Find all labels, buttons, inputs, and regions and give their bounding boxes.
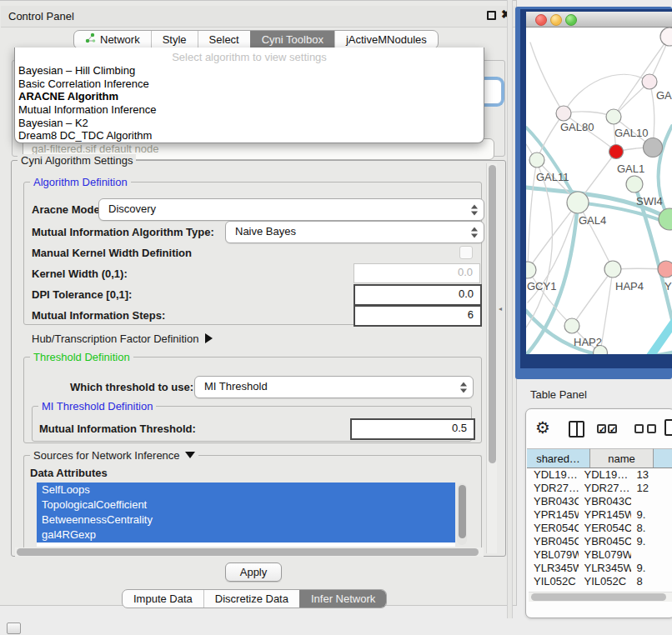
algorithm-option[interactable]: Dream8 DC_TDC Algorithm <box>15 129 484 142</box>
algorithm-option[interactable]: Mutual Information Inference <box>15 103 484 117</box>
algorithm-option[interactable]: Bayesian – K2 <box>15 117 484 130</box>
network-node[interactable] <box>609 145 624 159</box>
which-threshold-combo[interactable]: MI Threshold <box>194 376 474 398</box>
mi-steps-field[interactable]: 6 <box>354 305 482 327</box>
sources-legend[interactable]: Sources for Network Inference <box>30 449 198 462</box>
document-icon[interactable] <box>664 419 672 436</box>
column-header-third[interactable] <box>654 448 672 468</box>
network-node[interactable] <box>626 176 643 192</box>
zoom-traffic-light-icon[interactable] <box>565 14 577 26</box>
scrollbar-thumb[interactable] <box>531 593 666 601</box>
network-edge[interactable] <box>572 269 613 326</box>
network-node[interactable] <box>564 318 579 333</box>
network-node[interactable] <box>660 28 672 46</box>
data-attributes-list[interactable]: SelfLoopsTopologicalCoefficientBetweenne… <box>37 482 455 547</box>
table-row[interactable]: YBR045CYBR045C9. <box>527 535 672 548</box>
data-attribute-item[interactable]: gal4RGexp <box>37 528 455 542</box>
network-node-label: GAL4 <box>579 214 606 227</box>
settings-horizontal-scrollbar[interactable] <box>15 548 484 557</box>
table-row[interactable]: YBL079WYBL079W <box>527 548 672 562</box>
table-row[interactable]: YPR145WYPR145W9. <box>527 508 672 522</box>
network-node[interactable] <box>526 262 536 278</box>
table-body: YDL19…YDL19…13YDR27…YDR27…12YBR043CYBR04… <box>527 468 672 585</box>
table-row[interactable]: YER054CYER054C8. <box>527 522 672 535</box>
column-header-shared[interactable]: shared… <box>527 448 590 468</box>
window-grip-icon[interactable] <box>7 622 21 634</box>
network-canvas[interactable]: GAL8GAL80GAL10GAL1GAL11SWI4GAL4GCY1HAP4Y… <box>526 28 672 354</box>
network-node[interactable] <box>604 261 621 278</box>
data-attribute-item[interactable]: SelfLoops <box>37 482 455 498</box>
network-edge[interactable] <box>641 319 672 354</box>
network-node-label: HAP4 <box>615 280 644 292</box>
settings-vertical-scrollbar[interactable] <box>486 163 497 553</box>
mi-threshold-field[interactable]: 0.5 <box>350 418 475 440</box>
columns-icon[interactable] <box>569 421 584 438</box>
network-node[interactable] <box>556 106 571 121</box>
network-edge[interactable] <box>614 37 669 117</box>
hub-definition-toggle[interactable]: Hub/Transcription Factor Definition <box>32 332 213 345</box>
network-node[interactable] <box>642 74 657 89</box>
table-row[interactable]: YDR27…YDR27…12 <box>527 482 672 495</box>
network-node[interactable] <box>567 192 589 213</box>
split-pane-divider[interactable] <box>507 0 513 618</box>
minimize-traffic-light-icon[interactable] <box>550 14 562 26</box>
unchecked-checkbox-icon[interactable] <box>647 424 656 433</box>
network-window-titlebar[interactable] <box>526 12 672 28</box>
manual-kernel-checkbox[interactable] <box>459 246 473 259</box>
tab-discretize-data[interactable]: Discretize Data <box>203 590 299 608</box>
network-node-label: Y <box>664 280 672 292</box>
gear-icon[interactable]: ⚙ <box>535 418 550 438</box>
algorithm-dropdown-list: Select algorithm to view settings Bayesi… <box>14 48 484 143</box>
algorithm-option[interactable]: Bayesian – Hill Climbing <box>15 64 484 78</box>
scrollbar-thumb[interactable] <box>17 548 479 556</box>
table-cell: 9. <box>631 562 672 575</box>
tab-jactivemnodules[interactable]: jActiveMNodules <box>334 31 438 48</box>
attributes-list-scrollbar[interactable] <box>457 483 467 545</box>
tab-select[interactable]: Select <box>198 31 250 48</box>
checked-checkbox-icon[interactable]: ✓ <box>608 424 617 433</box>
close-traffic-light-icon[interactable] <box>535 14 547 26</box>
table-row[interactable]: YBR043CYBR043C <box>527 495 672 508</box>
tab-infer-network[interactable]: Infer Network <box>299 590 386 608</box>
network-node[interactable] <box>658 261 672 278</box>
table-horizontal-scrollbar[interactable] <box>529 592 672 602</box>
scrollbar-thumb[interactable] <box>459 485 466 538</box>
table-cell: 8. <box>631 522 672 535</box>
table-cell: YIL052C <box>527 575 579 585</box>
table-row[interactable]: YLR345WYLR345W9. <box>527 562 672 575</box>
algorithm-option[interactable]: ARACNE Algorithm <box>15 90 484 103</box>
mi-algo-type-combo[interactable]: Naive Bayes <box>225 221 484 243</box>
kernel-width-field[interactable]: 0.0 <box>354 263 480 283</box>
tab-label: Select <box>209 31 239 49</box>
network-node[interactable] <box>606 109 621 124</box>
data-attribute-item[interactable]: BetweennessCentrality <box>37 512 455 528</box>
float-window-icon[interactable] <box>487 11 496 20</box>
dpi-tolerance-field[interactable]: 0.0 <box>354 284 482 306</box>
network-node[interactable] <box>529 152 544 168</box>
network-node[interactable] <box>644 138 663 158</box>
aracne-mode-combo[interactable]: Discovery <box>98 198 484 221</box>
table-cell: YBR043C <box>579 495 630 508</box>
table-header-row: shared… name <box>527 448 672 468</box>
network-edge[interactable] <box>530 42 564 113</box>
tab-impute-data[interactable]: Impute Data <box>123 590 203 608</box>
table-row[interactable]: YDL19…YDL19…13 <box>527 468 672 482</box>
tab-style[interactable]: Style <box>151 31 198 48</box>
table-cell: 8 <box>631 575 672 585</box>
data-attribute-item[interactable]: TopologicalCoefficient <box>37 498 455 512</box>
network-node[interactable] <box>659 208 672 230</box>
apply-button[interactable]: Apply <box>225 562 282 582</box>
scrollbar-thumb[interactable] <box>489 165 496 463</box>
network-edge[interactable] <box>600 269 613 352</box>
tab-cyni-toolbox[interactable]: Cyni Toolbox <box>250 31 334 48</box>
checked-checkbox-icon[interactable]: ✓ <box>597 424 606 433</box>
divider-collapse-icon[interactable]: ◂ <box>499 305 502 312</box>
algorithm-option[interactable]: Basic Correlation Inference <box>15 78 484 91</box>
combo-spinner-icon <box>471 227 478 238</box>
network-selector-value: gal-filtered.sif default node <box>32 142 158 155</box>
column-header-name[interactable]: name <box>590 448 654 468</box>
manual-kernel-label: Manual Kernel Width Definition <box>32 247 192 259</box>
unchecked-checkbox-icon[interactable] <box>634 424 644 433</box>
table-row[interactable]: YIL052CYIL052C8 <box>527 575 672 585</box>
tab-network[interactable]: Network <box>74 31 151 48</box>
